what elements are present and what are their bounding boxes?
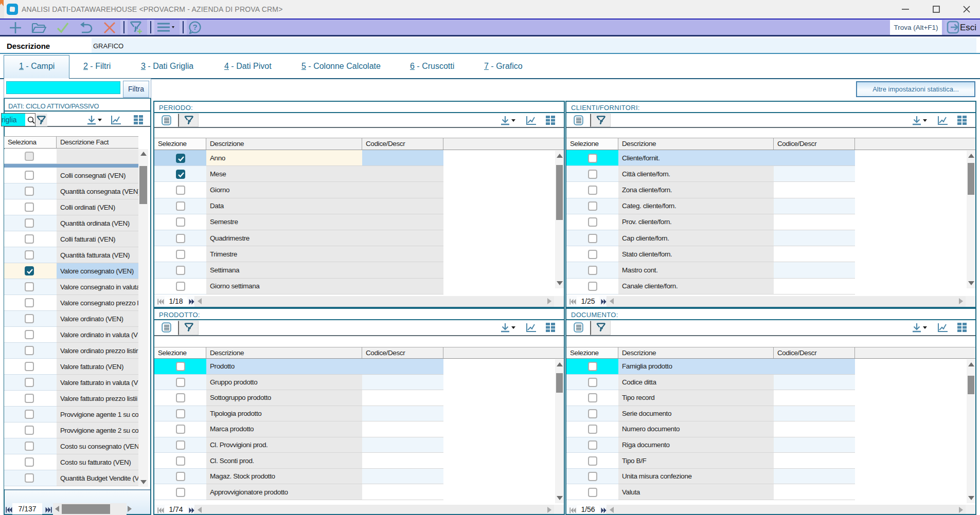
svg-text:?: ? [192,23,197,31]
